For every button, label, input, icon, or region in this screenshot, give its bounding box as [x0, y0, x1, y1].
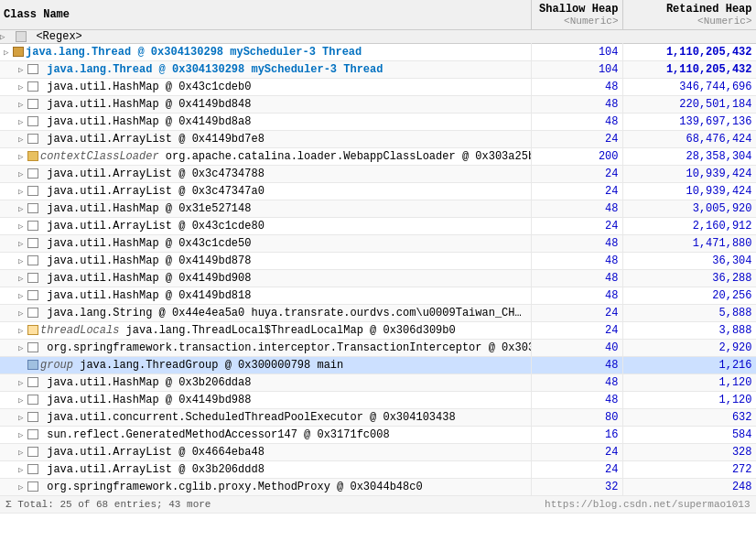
- table-row[interactable]: ▷ java.util.concurrent.ScheduledThreadPo…: [0, 409, 756, 427]
- row-text: java.lang.ThreadLocal$ThreadLocalMap @ 0…: [119, 324, 455, 337]
- table-row[interactable]: ▷ java.util.ArrayList @ 0x3b206ddd824272: [0, 461, 756, 479]
- table-row[interactable]: ▷ java.lang.Thread @ 0x304130298 mySched…: [0, 61, 756, 79]
- expand-icon[interactable]: ▷: [18, 482, 27, 492]
- expand-icon[interactable]: ▷: [18, 152, 27, 162]
- row-indent: ▷ java.util.ArrayList @ 0x3b206ddd8: [4, 463, 265, 476]
- expand-icon[interactable]: ▷: [18, 308, 27, 319]
- row-class-name: ▷ java.util.HashMap @ 0x4149bd878: [0, 253, 531, 270]
- row-text: java.util.HashMap @ 0x4149bd908: [40, 272, 251, 285]
- row-indent: ▷ java.util.HashMap @ 0x3b206dda8: [4, 376, 251, 389]
- row-retained-heap: 346,744,696: [622, 79, 756, 96]
- row-text: java.util.HashMap @ 0x4149bd8a8: [40, 115, 251, 128]
- expand-icon[interactable]: ▷: [18, 100, 27, 110]
- expand-icon[interactable]: ▷: [18, 378, 27, 388]
- row-retained-heap: 3,888: [622, 322, 756, 340]
- expand-icon[interactable]: ▷: [18, 274, 27, 284]
- row-indent: ▷ java.util.HashMap @ 0x43c1cdeb0: [4, 81, 251, 93]
- table-row[interactable]: group java.lang.ThreadGroup @ 0x30000079…: [0, 357, 756, 374]
- expand-icon[interactable]: ▷: [18, 291, 27, 301]
- row-shallow-heap: 104: [531, 44, 622, 61]
- table-body: ▷java.lang.Thread @ 0x304130298 mySchedu…: [0, 44, 756, 514]
- expand-icon[interactable]: ▷: [18, 65, 27, 75]
- table-row[interactable]: ▷ java.util.HashMap @ 0x4149bd988481,120: [0, 392, 756, 409]
- table-row[interactable]: ▷ java.util.HashMap @ 0x4149bd8784836,30…: [0, 253, 756, 270]
- row-shallow-heap: 48: [531, 392, 622, 409]
- row-class-name: ▷ java.lang.String @ 0x44e4ea5a0 huya.tr…: [0, 305, 531, 322]
- table-row[interactable]: ▷ java.util.HashMap @ 0x4149bd84848220,5…: [0, 96, 756, 114]
- expand-icon[interactable]: ▷: [4, 48, 13, 58]
- row-text: java.util.HashMap @ 0x43c1cde50: [40, 237, 251, 250]
- row-shallow-heap: 48: [531, 357, 622, 374]
- table-row[interactable]: ▷contextClassLoader org.apache.catalina.…: [0, 148, 756, 166]
- table-row[interactable]: ▷ java.lang.String @ 0x44e4ea5a0 huya.tr…: [0, 305, 756, 322]
- row-text: java.util.concurrent.ScheduledThreadPool…: [40, 411, 456, 424]
- row-text: java.util.HashMap @ 0x4149bd848: [40, 98, 251, 111]
- row-text: java.util.HashMap @ 0x4149bd988: [40, 394, 251, 406]
- table-row[interactable]: ▷ java.util.HashMap @ 0x43c1cdeb048346,7…: [0, 79, 756, 96]
- expand-icon[interactable]: ▷: [18, 256, 27, 266]
- row-retained-heap: 2,920: [622, 340, 756, 357]
- row-indent: ▷ org.springframework.cglib.proxy.Method…: [4, 481, 423, 493]
- expand-icon[interactable]: ▷: [18, 326, 27, 336]
- expand-regex-icon[interactable]: ▷: [0, 32, 9, 42]
- expand-icon[interactable]: ▷: [18, 222, 27, 232]
- expand-icon[interactable]: ▷: [18, 169, 27, 179]
- table-row[interactable]: ▷ java.util.HashMap @ 0x4149bd8184820,25…: [0, 287, 756, 305]
- table-row[interactable]: ▷ java.util.ArrayList @ 0x3c47347882410,…: [0, 166, 756, 183]
- table-row[interactable]: ▷ sun.reflect.GeneratedMethodAccessor147…: [0, 427, 756, 444]
- local-icon: [27, 290, 38, 300]
- row-text: java.util.ArrayList @ 0x3c47347a0: [40, 185, 265, 198]
- expand-icon[interactable]: ▷: [18, 465, 27, 475]
- table-row[interactable]: ▷java.lang.Thread @ 0x304130298 mySchedu…: [0, 44, 756, 61]
- group-icon: [27, 360, 38, 370]
- expand-icon[interactable]: ▷: [18, 343, 27, 353]
- expand-icon[interactable]: ▷: [18, 239, 27, 249]
- row-indent: ▷ sun.reflect.GeneratedMethodAccessor147…: [4, 428, 390, 441]
- row-shallow-heap: 32: [531, 479, 622, 496]
- expand-icon[interactable]: ▷: [18, 448, 27, 458]
- table-row[interactable]: ▷ java.util.HashMap @ 0x4149bd9084836,28…: [0, 270, 756, 287]
- row-indent: ▷ java.lang.Thread @ 0x304130298 mySched…: [4, 63, 383, 76]
- table-row[interactable]: ▷ java.util.HashMap @ 0x31e527148483,005…: [0, 200, 756, 218]
- expand-icon[interactable]: ▷: [18, 187, 27, 197]
- row-class-name: ▷ java.util.HashMap @ 0x4149bd988: [0, 392, 531, 409]
- expand-icon[interactable]: ▷: [18, 395, 27, 406]
- local-icon: [27, 168, 38, 179]
- table-row[interactable]: ▷ org.springframework.transaction.interc…: [0, 340, 756, 357]
- row-indent: ▷ java.util.HashMap @ 0x31e527148: [4, 202, 251, 215]
- row-class-name: ▷contextClassLoader org.apache.catalina.…: [0, 148, 531, 166]
- row-indent: ▷ java.util.HashMap @ 0x4149bd878: [4, 254, 251, 267]
- row-shallow-heap: 16: [531, 427, 622, 444]
- context-icon: [27, 151, 38, 161]
- row-text: java.lang.ThreadGroup @ 0x300000798 main: [73, 359, 343, 372]
- row-class-name: ▷ java.util.HashMap @ 0x43c1cdeb0: [0, 79, 531, 96]
- table-row[interactable]: ▷ java.util.HashMap @ 0x43c1cde50481,471…: [0, 235, 756, 253]
- row-retained-heap: 1,471,880: [622, 235, 756, 253]
- table-row[interactable]: ▷ java.util.ArrayList @ 0x4149bd7e82468,…: [0, 131, 756, 148]
- table-row[interactable]: ▷ java.util.HashMap @ 0x4149bd8a848139,6…: [0, 114, 756, 131]
- table-row[interactable]: ▷ org.springframework.cglib.proxy.Method…: [0, 479, 756, 496]
- row-indent: ▷ java.util.HashMap @ 0x4149bd818: [4, 289, 251, 302]
- row-shallow-heap: 24: [531, 322, 622, 340]
- row-text: sun.reflect.GeneratedMethodAccessor147 @…: [40, 428, 390, 441]
- table-row[interactable]: ▷ java.util.ArrayList @ 0x4664eba4824328: [0, 444, 756, 461]
- table-row[interactable]: ▷ java.util.HashMap @ 0x3b206dda8481,120: [0, 374, 756, 392]
- row-class-name: ▷ java.util.concurrent.ScheduledThreadPo…: [0, 409, 531, 427]
- row-text: java.lang.Thread @ 0x304130298 mySchedul…: [40, 63, 383, 76]
- expand-icon[interactable]: ▷: [18, 413, 27, 423]
- row-shallow-heap: 24: [531, 218, 622, 235]
- row-indent: group java.lang.ThreadGroup @ 0x30000079…: [4, 359, 343, 372]
- table-row[interactable]: ▷ java.util.ArrayList @ 0x43c1cde80242,1…: [0, 218, 756, 235]
- table-row[interactable]: ▷ java.util.ArrayList @ 0x3c47347a02410,…: [0, 183, 756, 200]
- row-class-name: ▷ java.util.ArrayList @ 0x43c1cde80: [0, 218, 531, 235]
- row-shallow-heap: 48: [531, 96, 622, 114]
- expand-icon[interactable]: ▷: [18, 135, 27, 145]
- row-shallow-heap: 48: [531, 235, 622, 253]
- table-row[interactable]: ▷threadLocals java.lang.ThreadLocal$Thre…: [0, 322, 756, 340]
- local-icon: [27, 395, 38, 405]
- expand-icon[interactable]: ▷: [18, 82, 27, 92]
- expand-icon[interactable]: ▷: [18, 430, 27, 440]
- expand-icon[interactable]: ▷: [18, 204, 27, 214]
- expand-icon[interactable]: ▷: [18, 117, 27, 127]
- heap-table: Class Name Shallow Heap <Numeric> Retain…: [0, 0, 756, 514]
